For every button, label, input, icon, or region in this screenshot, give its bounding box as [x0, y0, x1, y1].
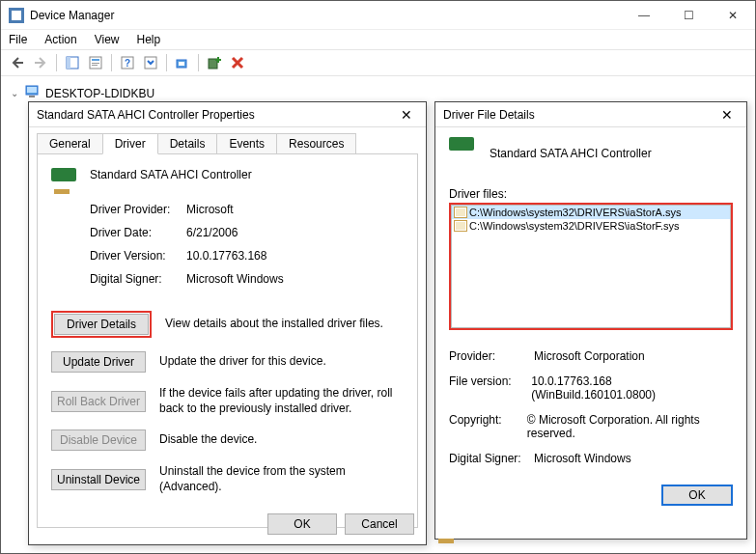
- scan-hardware-icon[interactable]: [172, 52, 193, 73]
- ok-button[interactable]: OK: [661, 485, 733, 506]
- properties-title-bar: Standard SATA AHCI Controller Properties…: [29, 102, 426, 127]
- svg-rect-1: [67, 57, 70, 69]
- properties-tabs: General Driver Details Events Resources: [37, 133, 418, 154]
- file-icon: [454, 220, 467, 232]
- action-icon[interactable]: [140, 52, 161, 73]
- tab-driver[interactable]: Driver: [102, 133, 158, 154]
- menu-action[interactable]: Action: [44, 33, 76, 46]
- driver-file-path: C:\Windows\system32\DRIVERS\iaStorA.sys: [469, 207, 681, 218]
- driver-file-item[interactable]: C:\Windows\system32\DRIVERS\iaStorF.sys: [452, 219, 730, 233]
- svg-rect-14: [29, 96, 35, 97]
- properties-footer: OK Cancel: [267, 513, 414, 535]
- provider-value: Microsoft Corporation: [534, 349, 645, 363]
- add-legacy-icon[interactable]: [204, 52, 225, 73]
- svg-text:?: ?: [125, 58, 130, 69]
- digital-signer-label: Digital Signer:: [449, 452, 534, 465]
- device-name: Standard SATA AHCI Controller: [90, 166, 404, 181]
- ok-button[interactable]: OK: [267, 513, 337, 535]
- menu-view[interactable]: View: [95, 33, 120, 46]
- driver-details-highlight: Driver Details: [51, 311, 152, 338]
- maximize-button[interactable]: ☐: [666, 1, 711, 29]
- digital-signer-value: Microsoft Windows: [186, 272, 404, 286]
- uninstall-device-icon[interactable]: [227, 52, 248, 73]
- details-footer: OK: [449, 485, 733, 506]
- tab-events[interactable]: Events: [216, 133, 277, 154]
- forward-icon[interactable]: [30, 52, 51, 73]
- copyright-label: Copyright:: [449, 413, 527, 440]
- properties-dialog: Standard SATA AHCI Controller Properties…: [28, 101, 427, 545]
- computer-icon: [24, 84, 40, 102]
- file-version-value: 10.0.17763.168 (WinBuild.160101.0800): [531, 374, 733, 402]
- driver-provider-value: Microsoft: [186, 203, 404, 216]
- computer-name: DESKTOP-LDIDKBU: [45, 87, 154, 100]
- details-title-bar: Driver File Details ✕: [435, 102, 746, 127]
- driver-version-label: Driver Version:: [90, 249, 186, 263]
- disable-device-button: Disable Device: [51, 429, 146, 451]
- driver-provider-label: Driver Provider:: [90, 203, 186, 216]
- copyright-value: © Microsoft Corporation. All rights rese…: [527, 413, 733, 440]
- driver-details-desc: View details about the installed driver …: [165, 317, 404, 332]
- tab-details[interactable]: Details: [157, 133, 218, 154]
- file-version-label: File version:: [449, 374, 531, 402]
- chevron-down-icon[interactable]: ⌄: [11, 88, 18, 98]
- driver-file-path: C:\Windows\system32\DRIVERS\iaStorF.sys: [469, 220, 680, 232]
- cancel-button[interactable]: Cancel: [345, 513, 414, 535]
- disable-device-desc: Disable the device.: [159, 432, 404, 448]
- title-bar: Device Manager — ☐ ✕: [1, 1, 755, 30]
- uninstall-device-desc: Uninstall the device from the system (Ad…: [159, 464, 404, 494]
- driver-date-value: 6/21/2006: [186, 226, 404, 239]
- svg-rect-13: [27, 87, 37, 93]
- minimize-button[interactable]: —: [622, 1, 666, 29]
- menu-bar: File Action View Help: [1, 30, 755, 49]
- tab-general[interactable]: General: [37, 133, 103, 154]
- menu-file[interactable]: File: [9, 33, 27, 46]
- svg-rect-10: [179, 62, 184, 66]
- driver-info: Driver Provider:Microsoft Driver Date:6/…: [90, 203, 404, 286]
- digital-signer-label: Digital Signer:: [90, 272, 186, 286]
- properties-title: Standard SATA AHCI Controller Properties: [37, 108, 395, 122]
- driver-file-item[interactable]: C:\Windows\system32\DRIVERS\iaStorA.sys: [452, 206, 730, 219]
- driver-date-label: Driver Date:: [90, 226, 186, 239]
- svg-rect-3: [92, 59, 99, 61]
- help-icon[interactable]: ?: [117, 52, 138, 73]
- close-button[interactable]: ✕: [711, 1, 755, 29]
- back-icon[interactable]: [7, 52, 28, 73]
- update-driver-desc: Update the driver for this device.: [159, 354, 404, 370]
- driver-files-highlight: C:\Windows\system32\DRIVERS\iaStorA.sys …: [449, 203, 733, 330]
- driver-buttons: Driver Details View details about the in…: [51, 311, 404, 494]
- roll-back-driver-desc: If the device fails after updating the d…: [159, 386, 404, 416]
- roll-back-driver-button: Roll Back Driver: [51, 391, 146, 412]
- file-info: Provider:Microsoft Corporation File vers…: [449, 349, 733, 465]
- driver-tab-body: Standard SATA AHCI Controller Driver Pro…: [37, 153, 418, 528]
- device-manager-window: Device Manager — ☐ ✕ File Action View He…: [0, 0, 756, 554]
- update-driver-button[interactable]: Update Driver: [51, 351, 146, 373]
- provider-label: Provider:: [449, 349, 534, 363]
- uninstall-device-button[interactable]: Uninstall Device: [51, 469, 146, 490]
- controller-card-icon: [51, 168, 78, 189]
- properties-icon[interactable]: [85, 52, 106, 73]
- svg-rect-4: [92, 63, 99, 64]
- details-title: Driver File Details: [443, 108, 715, 122]
- close-icon[interactable]: ✕: [395, 103, 418, 126]
- svg-rect-5: [92, 65, 98, 66]
- close-icon[interactable]: ✕: [715, 103, 739, 126]
- tree-root[interactable]: ⌄ DESKTOP-LDIDKBU: [11, 84, 745, 102]
- driver-files-label: Driver files:: [449, 187, 733, 201]
- show-hide-tree-icon[interactable]: [62, 52, 83, 73]
- digital-signer-value: Microsoft Windows: [534, 452, 631, 465]
- window-title: Device Manager: [30, 9, 622, 22]
- tab-resources[interactable]: Resources: [276, 133, 356, 154]
- driver-version-value: 10.0.17763.168: [186, 249, 404, 263]
- driver-file-details-dialog: Driver File Details ✕ Standard SATA AHCI…: [434, 101, 747, 540]
- app-icon: [9, 8, 24, 23]
- menu-help[interactable]: Help: [137, 33, 161, 46]
- file-icon: [454, 207, 467, 218]
- controller-card-icon: [449, 137, 476, 158]
- toolbar: ?: [1, 49, 755, 76]
- details-body: Standard SATA AHCI Controller Driver fil…: [435, 127, 746, 515]
- driver-details-button[interactable]: Driver Details: [54, 314, 149, 335]
- driver-files-list[interactable]: C:\Windows\system32\DRIVERS\iaStorA.sys …: [451, 205, 731, 328]
- details-device-name: Standard SATA AHCI Controller: [490, 147, 652, 160]
